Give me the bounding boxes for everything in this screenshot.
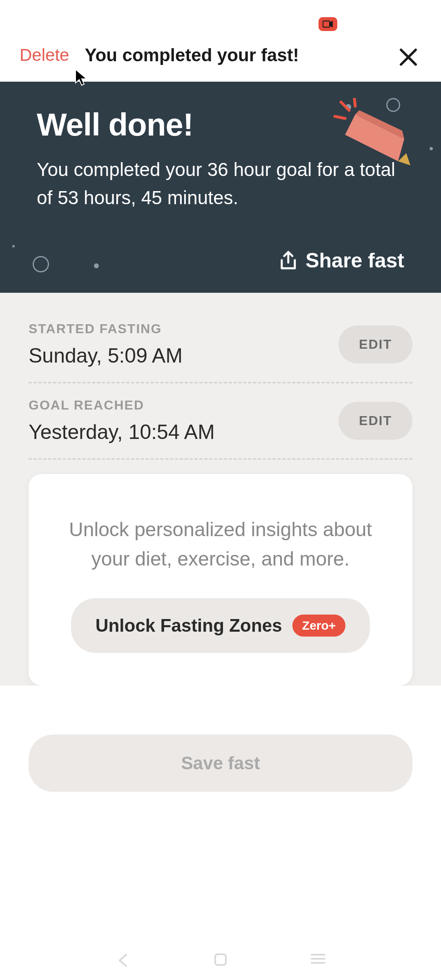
started-value: Sunday, 5:09 AM	[29, 344, 183, 368]
promo-text: Unlock personalized insights about your …	[53, 515, 388, 574]
home-icon[interactable]	[214, 953, 227, 966]
mouse-cursor-icon	[74, 67, 90, 88]
header-bar: Delete You completed your fast!	[0, 37, 441, 82]
unlock-label: Unlock Fasting Zones	[96, 615, 282, 637]
close-icon	[399, 47, 418, 67]
delete-button[interactable]: Delete	[20, 45, 69, 65]
party-popper-icon	[331, 98, 416, 172]
svg-line-5	[354, 99, 355, 106]
promo-card: Unlock personalized insights about your …	[29, 474, 412, 686]
status-bar	[0, 0, 441, 37]
system-nav-bar	[0, 953, 441, 968]
svg-rect-6	[215, 954, 226, 965]
started-fasting-row: STARTED FASTING Sunday, 5:09 AM EDIT	[29, 321, 412, 383]
goal-reached-row: GOAL REACHED Yesterday, 10:54 AM EDIT	[29, 398, 412, 460]
goal-label: GOAL REACHED	[29, 398, 215, 413]
svg-line-3	[341, 102, 349, 110]
svg-rect-0	[323, 21, 330, 27]
zero-plus-badge: Zero+	[292, 615, 346, 637]
share-icon	[279, 250, 297, 271]
goal-value: Yesterday, 10:54 AM	[29, 420, 215, 444]
content-area: STARTED FASTING Sunday, 5:09 AM EDIT GOA…	[0, 293, 441, 686]
page-title: You completed your fast!	[85, 45, 299, 65]
save-section: Save fast	[0, 686, 441, 792]
share-label: Share fast	[305, 249, 404, 272]
share-fast-button[interactable]: Share fast	[37, 249, 404, 272]
close-button[interactable]	[396, 45, 421, 69]
recents-icon[interactable]	[311, 953, 325, 964]
hero-card: Well done! You completed your 36 hour go…	[0, 82, 441, 293]
back-icon[interactable]	[116, 953, 130, 968]
unlock-fasting-zones-button[interactable]: Unlock Fasting Zones Zero+	[71, 598, 370, 653]
edit-goal-button[interactable]: EDIT	[339, 402, 412, 440]
svg-line-4	[335, 116, 345, 118]
edit-started-button[interactable]: EDIT	[339, 325, 412, 363]
screen-record-indicator	[318, 17, 337, 31]
started-label: STARTED FASTING	[29, 321, 183, 336]
save-fast-button[interactable]: Save fast	[29, 735, 412, 792]
